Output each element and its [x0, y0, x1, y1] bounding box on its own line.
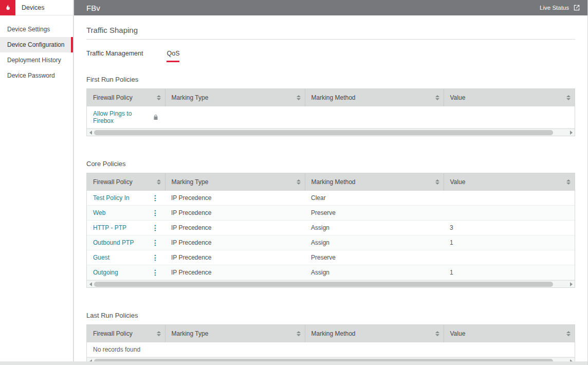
sidebar-header: Devices: [0, 0, 73, 15]
policy-link[interactable]: Outbound PTP: [93, 239, 134, 246]
scroll-left-arrow[interactable]: [87, 129, 94, 136]
policy-link[interactable]: Guest: [93, 254, 109, 261]
table-cell: [444, 250, 575, 265]
sort-icon[interactable]: [157, 179, 161, 185]
row-menu-icon-wrap[interactable]: ⋮: [152, 254, 159, 261]
sort-icon[interactable]: [157, 95, 161, 100]
row-menu-icon[interactable]: ⋮: [152, 195, 159, 201]
table-row: Outgoing⋮IP PrecedenceAssign1: [87, 265, 575, 280]
sort-icon[interactable]: [566, 331, 571, 336]
sort-icon[interactable]: [435, 331, 439, 336]
scroll-thumb[interactable]: [94, 130, 553, 135]
top-header-bar: FBv Live Status: [74, 0, 587, 15]
row-menu-icon-wrap[interactable]: ⋮: [152, 240, 159, 246]
column-header[interactable]: Marking Type: [165, 325, 305, 342]
scroll-track[interactable]: [94, 130, 567, 135]
tab-qos[interactable]: QoS: [167, 50, 179, 62]
column-header[interactable]: Marking Method: [305, 325, 444, 342]
scroll-thumb[interactable]: [94, 282, 553, 287]
column-header[interactable]: Value: [444, 325, 575, 342]
brand-logo[interactable]: [0, 0, 15, 15]
column-header[interactable]: Marking Type: [165, 173, 305, 191]
column-header[interactable]: Marking Method: [305, 89, 444, 106]
sort-icon[interactable]: [297, 331, 301, 336]
sidebar-title: Devices: [22, 4, 44, 11]
column-header[interactable]: Value: [444, 89, 575, 106]
sidebar-item-device-password[interactable]: Device Password: [0, 68, 73, 83]
table-cell: IP Precedence: [165, 221, 305, 235]
row-menu-icon-wrap[interactable]: ⋮: [152, 195, 159, 201]
table-cell: 3: [444, 221, 575, 235]
row-menu-icon[interactable]: ⋮: [152, 210, 159, 216]
column-header[interactable]: Firewall Policy: [87, 89, 165, 106]
first-run-policies-title: First Run Policies: [86, 76, 575, 83]
row-menu-icon-wrap[interactable]: ⋮: [152, 210, 159, 216]
last-run-policies-table: Firewall PolicyMarking TypeMarking Metho…: [86, 324, 575, 365]
table-row: Allow Pings to Firebox: [87, 106, 575, 129]
column-header[interactable]: Value: [444, 173, 575, 191]
sort-icon[interactable]: [297, 95, 301, 100]
live-status-button[interactable]: Live Status: [540, 4, 580, 11]
column-header[interactable]: Firewall Policy: [87, 325, 165, 342]
row-menu-icon-wrap[interactable]: ⋮: [152, 225, 159, 231]
row-menu-icon-wrap[interactable]: ⋮: [152, 269, 159, 276]
sidebar-item-deployment-history[interactable]: Deployment History: [0, 52, 73, 68]
horizontal-scrollbar[interactable]: [87, 129, 575, 136]
policy-link[interactable]: Allow Pings to Firebox: [93, 110, 150, 124]
table-cell: IP Precedence: [165, 206, 305, 221]
main-panel: FBv Live Status Traffic Shaping Traffic …: [74, 0, 587, 361]
scroll-left-arrow[interactable]: [87, 281, 94, 287]
horizontal-scrollbar[interactable]: [87, 280, 575, 287]
table-cell: [444, 106, 575, 129]
scroll-right-arrow[interactable]: [567, 281, 575, 287]
column-header-label: Marking Method: [311, 178, 356, 186]
first-run-policies-table: Firewall PolicyMarking TypeMarking Metho…: [86, 88, 575, 136]
table-row: Web⋮IP PrecedencePreserve: [87, 206, 575, 221]
table-cell: [444, 206, 575, 221]
row-menu-icon[interactable]: ⋮: [152, 269, 159, 276]
table-cell: Assign: [305, 265, 444, 280]
scroll-track[interactable]: [94, 282, 567, 287]
row-menu-icon[interactable]: ⋮: [152, 254, 159, 261]
sort-icon[interactable]: [157, 331, 161, 336]
sidebar-menu: Device Settings Device Configuration Dep…: [0, 15, 73, 83]
sort-icon[interactable]: [566, 179, 571, 185]
sort-icon[interactable]: [435, 179, 439, 185]
table-cell: IP Precedence: [165, 235, 305, 250]
sidebar-item-device-settings[interactable]: Device Settings: [0, 22, 73, 37]
no-records-text: No records found: [87, 342, 575, 357]
sort-icon[interactable]: [435, 95, 439, 100]
column-header-label: Marking Method: [311, 94, 356, 101]
table-cell: Assign: [305, 235, 444, 250]
tab-traffic-management[interactable]: Traffic Management: [86, 50, 143, 62]
row-menu-icon[interactable]: ⋮: [152, 225, 159, 231]
policy-link[interactable]: Outgoing: [93, 269, 118, 276]
app-window: Devices Device Settings Device Configura…: [0, 0, 588, 365]
table-cell: IP Precedence: [165, 265, 305, 280]
live-status-label: Live Status: [540, 5, 569, 11]
scroll-right-arrow[interactable]: [567, 129, 575, 136]
policy-link[interactable]: HTTP - PTP: [93, 224, 126, 231]
column-header-label: Marking Type: [172, 330, 209, 337]
device-title: FBv: [86, 4, 100, 12]
tab-bar: Traffic Management QoS: [86, 50, 575, 62]
column-header[interactable]: Marking Method: [305, 173, 444, 191]
table-cell: [305, 106, 444, 129]
sidebar-item-device-configuration[interactable]: Device Configuration: [0, 37, 73, 52]
column-header[interactable]: Marking Type: [165, 89, 305, 106]
table-cell: IP Precedence: [165, 250, 305, 265]
table-cell: Assign: [305, 221, 444, 235]
column-header-label: Marking Type: [172, 94, 209, 101]
sort-icon[interactable]: [566, 95, 571, 100]
policy-link[interactable]: Web: [93, 209, 105, 216]
page-title: Traffic Shaping: [86, 26, 575, 40]
row-menu-icon[interactable]: ⋮: [152, 240, 159, 246]
page-bottom-strip: [0, 361, 587, 365]
column-header[interactable]: Firewall Policy: [87, 173, 165, 191]
policy-link[interactable]: Test Policy In: [93, 194, 130, 202]
last-run-policies-title: Last Run Policies: [86, 312, 575, 319]
table-cell: 1: [444, 235, 575, 250]
core-policies-title: Core Policies: [86, 160, 575, 168]
table-cell: Clear: [305, 191, 444, 206]
sort-icon[interactable]: [297, 179, 301, 185]
